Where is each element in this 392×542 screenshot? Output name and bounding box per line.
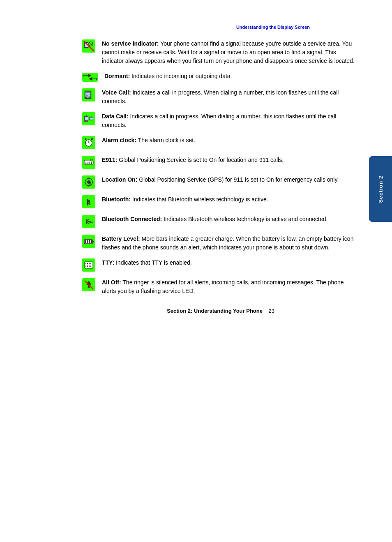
list-item: Voice Call: Indicates a call in progress…: [82, 88, 359, 106]
battery-level-icon: [82, 235, 95, 248]
svg-rect-46: [91, 240, 92, 243]
page-footer: Section 2: Understanding Your Phone 23: [82, 308, 359, 314]
svg-rect-50: [89, 263, 90, 264]
svg-rect-54: [89, 265, 90, 265]
item-description: Bluetooth Connected: Indicates Bluetooth…: [102, 215, 359, 224]
item-term: Bluetooth Connected:: [102, 216, 162, 222]
bluetooth-icon: [82, 195, 95, 208]
list-item: B1 Bluetooth Connected: Indicates Blueto…: [82, 215, 359, 228]
e911-icon: E911 +: [82, 156, 95, 169]
svg-text:+: +: [90, 159, 92, 162]
item-description: Dormant: Indicates no incoming or outgoi…: [104, 72, 359, 81]
page-container: Understanding the Display Screen No serv…: [0, 0, 392, 542]
item-term: Voice Call:: [102, 89, 131, 96]
svg-rect-55: [90, 265, 91, 265]
section-2-tab: Section 2: [369, 156, 392, 222]
item-term: TTY:: [102, 259, 114, 266]
alarm-clock-icon: [82, 136, 95, 149]
item-term: All Off:: [102, 279, 121, 286]
svg-rect-14: [86, 95, 88, 96]
item-term: Dormant:: [104, 73, 130, 79]
item-description: E911: Global Positioning Service is set …: [102, 156, 359, 164]
svg-rect-48: [85, 263, 86, 264]
item-description: Voice Call: Indicates a call in progress…: [102, 88, 359, 106]
item-term: Battery Level:: [102, 235, 140, 242]
svg-rect-56: [85, 266, 86, 267]
list-item: E911 + E911: Global Positioning Service …: [82, 156, 359, 169]
list-item: Battery Level: More bars indicate a grea…: [82, 235, 359, 252]
list-item: TTY: Indicates that TTY is enabled.: [82, 258, 359, 272]
svg-text:)): )): [89, 181, 91, 185]
location-on-icon: )): [82, 175, 95, 189]
svg-line-4: [89, 43, 92, 45]
svg-rect-43: [85, 240, 86, 243]
svg-rect-42: [92, 241, 94, 242]
item-term: Bluetooth:: [102, 196, 131, 203]
footer-section-label: Section 2: Understanding Your Phone: [167, 308, 263, 314]
item-description: Data Call: Indicates a call in progress.…: [102, 112, 359, 129]
list-item: )) Location On: Global Positioning Servi…: [82, 175, 359, 189]
page-header-title: Understanding the Display Screen: [82, 25, 310, 30]
list-item: Data Call: Indicates a call in progress.…: [82, 112, 359, 129]
list-item: All Off: The ringer is silenced for all …: [82, 278, 359, 295]
list-item: Dormant: Indicates no incoming or outgoi…: [82, 72, 359, 82]
item-description: Location On: Global Positioning Service …: [102, 175, 359, 184]
svg-rect-61: [88, 287, 90, 288]
item-term: Alarm clock:: [102, 137, 136, 143]
item-description: Battery Level: More bars indicate a grea…: [102, 235, 359, 252]
voice-call-icon: [82, 88, 95, 101]
item-description: All Off: The ringer is silenced for all …: [102, 278, 359, 295]
svg-rect-44: [87, 240, 88, 243]
item-term: Data Call:: [102, 113, 129, 120]
svg-point-26: [85, 138, 86, 140]
items-list: No service indicator: Your phone cannot …: [82, 39, 359, 295]
item-term: Location On:: [102, 176, 137, 183]
svg-rect-11: [87, 97, 89, 98]
svg-rect-59: [90, 266, 91, 267]
list-item: Alarm clock: The alarm clock is set.: [82, 136, 359, 149]
bluetooth-connected-icon: B1: [82, 215, 95, 228]
svg-rect-49: [87, 263, 88, 264]
item-description: Bluetooth: Indicates that Bluetooth wire…: [102, 195, 359, 204]
item-term: E911:: [102, 157, 117, 163]
section-tab-label: Section 2: [378, 175, 384, 203]
item-description: No service indicator: Your phone cannot …: [102, 39, 359, 65]
svg-rect-18: [90, 118, 93, 120]
all-off-icon: [82, 278, 95, 291]
no-service-icon: [82, 39, 95, 53]
item-term: No service indicator:: [102, 40, 159, 47]
list-item: No service indicator: Your phone cannot …: [82, 39, 359, 65]
svg-rect-13: [86, 94, 90, 95]
svg-rect-51: [90, 263, 91, 264]
svg-rect-12: [86, 92, 90, 93]
svg-rect-53: [87, 265, 88, 265]
data-call-icon: [82, 112, 95, 125]
dormant-icon: [82, 73, 98, 82]
footer-page-number: 23: [268, 308, 274, 314]
svg-rect-16: [85, 117, 88, 120]
svg-rect-52: [85, 265, 86, 265]
svg-rect-58: [89, 266, 90, 267]
svg-text:B1: B1: [89, 220, 93, 223]
item-description: TTY: Indicates that TTY is enabled.: [102, 258, 359, 267]
svg-rect-45: [89, 240, 90, 243]
svg-rect-57: [87, 266, 88, 267]
tty-icon: [82, 258, 95, 272]
item-description: Alarm clock: The alarm clock is set.: [102, 136, 359, 145]
list-item: Bluetooth: Indicates that Bluetooth wire…: [82, 195, 359, 208]
svg-point-27: [91, 138, 93, 140]
